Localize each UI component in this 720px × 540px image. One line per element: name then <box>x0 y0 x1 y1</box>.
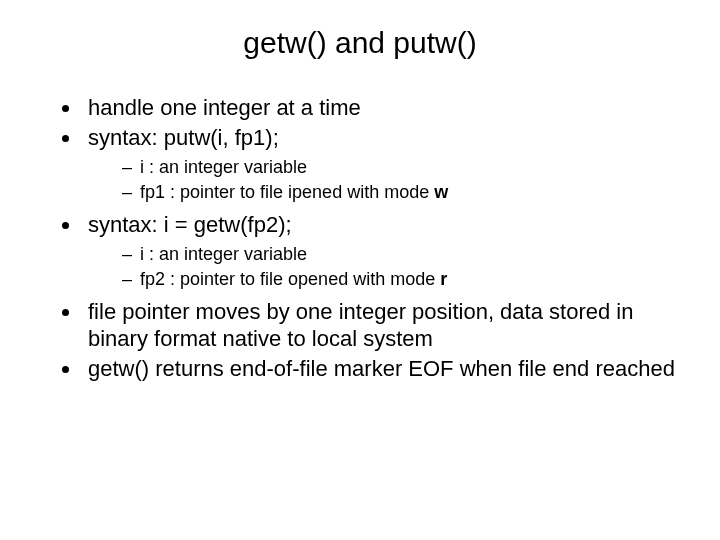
bullet-item: file pointer moves by one integer positi… <box>82 298 690 353</box>
sub-bullet-item: fp1 : pointer to file ipened with mode w <box>122 180 690 204</box>
sub-bullet-list: i : an integer variable fp1 : pointer to… <box>88 155 690 205</box>
sub-bullet-list: i : an integer variable fp2 : pointer to… <box>88 242 690 292</box>
sub-bullet-text: fp2 : pointer to file opened with mode <box>140 269 440 289</box>
bullet-item: syntax: putw(i, fp1); i : an integer var… <box>82 124 690 205</box>
bullet-text: syntax: i = getw(fp2); <box>88 212 292 237</box>
bullet-item: syntax: i = getw(fp2); i : an integer va… <box>82 211 690 292</box>
mode-letter: r <box>440 269 447 289</box>
sub-bullet-item: i : an integer variable <box>122 242 690 266</box>
slide-title: getw() and putw() <box>30 26 690 60</box>
bullet-item: getw() returns end-of-file marker EOF wh… <box>82 355 690 383</box>
bullet-text: syntax: putw(i, fp1); <box>88 125 279 150</box>
bullet-item: handle one integer at a time <box>82 94 690 122</box>
bullet-list: handle one integer at a time syntax: put… <box>30 94 690 382</box>
sub-bullet-item: fp2 : pointer to file opened with mode r <box>122 267 690 291</box>
slide: getw() and putw() handle one integer at … <box>0 0 720 540</box>
mode-letter: w <box>434 182 448 202</box>
sub-bullet-item: i : an integer variable <box>122 155 690 179</box>
sub-bullet-text: fp1 : pointer to file ipened with mode <box>140 182 434 202</box>
